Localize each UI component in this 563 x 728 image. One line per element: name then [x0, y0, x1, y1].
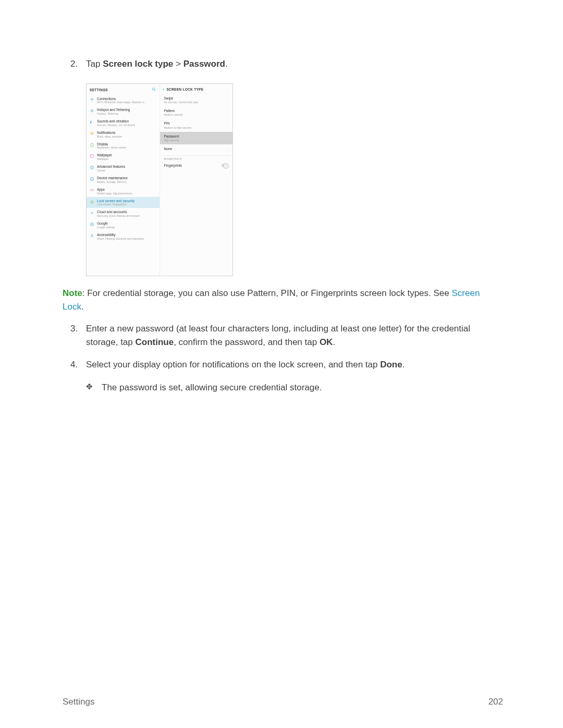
settings-item-title: Cloud and accounts: [97, 210, 156, 214]
settings-item-icon: [90, 165, 94, 170]
settings-item-title: Sounds and vibration: [97, 119, 156, 124]
settings-item[interactable]: NotificationsBlock, allow, prioritize: [87, 129, 160, 140]
step-2-text: Tap Screen lock type > Password.: [86, 59, 228, 69]
lock-type-item-subtitle: Medium to high security: [164, 126, 229, 129]
settings-item-title: Apps: [97, 188, 156, 192]
lock-type-header: ‹ SCREEN LOCK TYPE: [160, 84, 233, 94]
lock-type-item-title: Password: [164, 134, 229, 139]
biometrics-section-label: BIOMETRICS: [160, 155, 233, 161]
settings-item-title: Notifications: [97, 131, 156, 135]
lock-type-item[interactable]: PasswordHigh security: [160, 132, 233, 144]
settings-item[interactable]: Cloud and accountsSamsung Cloud, Backup …: [87, 208, 160, 219]
svg-line-1: [154, 90, 155, 91]
svg-point-11: [91, 178, 94, 181]
svg-point-0: [152, 88, 155, 90]
settings-item-subtitle: Hotspot, Tethering: [97, 112, 156, 115]
settings-item-subtitle: Samsung Cloud, Backup and restore: [97, 214, 156, 217]
settings-item[interactable]: GGoogleGoogle settings: [87, 219, 160, 231]
lock-type-item[interactable]: PINMedium to high security: [160, 119, 233, 131]
settings-item[interactable]: AccessibilityVision, Hearing, Dexterity …: [87, 231, 160, 242]
settings-item-icon: [90, 120, 94, 125]
step-3: 3. Enter a new password (at least four c…: [63, 322, 503, 349]
svg-point-3: [91, 109, 93, 112]
settings-item[interactable]: Advanced featuresGames: [87, 163, 160, 174]
settings-item-subtitle: Sounds, Vibration, Do not disturb: [97, 124, 156, 127]
settings-item[interactable]: Hotspot and TetheringHotspot, Tethering: [87, 106, 160, 117]
search-icon[interactable]: [152, 87, 156, 93]
note-paragraph: Note: For credential storage, you can al…: [63, 287, 503, 314]
settings-item-icon: [90, 211, 94, 215]
lock-type-item[interactable]: PatternMedium security: [160, 106, 233, 119]
svg-point-19: [92, 214, 92, 215]
settings-item-subtitle: Battery, Storage, Memory: [97, 180, 156, 183]
settings-item-title: Advanced features: [97, 165, 156, 169]
lock-type-item[interactable]: SwipeNo security. Current lock type.: [160, 94, 233, 106]
settings-item[interactable]: Sounds and vibrationSounds, Vibration, D…: [87, 117, 160, 129]
svg-point-9: [91, 155, 92, 156]
settings-item-title: Google: [97, 221, 156, 226]
lock-type-item[interactable]: None: [160, 144, 233, 154]
svg-text:G: G: [91, 224, 93, 226]
settings-item-icon: [90, 177, 94, 181]
settings-item-icon: G: [90, 222, 94, 227]
lock-type-item-title: PIN: [164, 121, 229, 126]
note-label: Note: [63, 288, 82, 298]
svg-point-22: [91, 235, 92, 236]
settings-item-subtitle: Default apps, App permissions: [97, 192, 156, 195]
settings-item[interactable]: Lock screen and securityLock screen, Fin…: [87, 197, 160, 208]
settings-item-subtitle: Brightness, Home screen: [97, 146, 156, 149]
settings-item-icon: [90, 108, 94, 113]
settings-item-title: Hotspot and Tethering: [97, 108, 156, 112]
back-icon[interactable]: ‹: [163, 87, 165, 92]
settings-item-title: Connections: [97, 97, 156, 101]
lock-type-item-subtitle: No security. Current lock type.: [164, 101, 229, 104]
settings-item-icon: [90, 97, 94, 102]
fingerprints-label: Fingerprints: [164, 164, 182, 167]
svg-point-15: [91, 190, 92, 191]
svg-point-12: [91, 189, 92, 190]
note-text: For credential storage, you can also use…: [87, 288, 451, 298]
footer-section: Settings: [63, 697, 94, 707]
step-4: 4. Select your display option for notifi…: [63, 358, 503, 394]
fingerprints-toggle[interactable]: [222, 164, 228, 167]
svg-rect-7: [91, 143, 93, 146]
svg-point-14: [93, 189, 94, 190]
step-4-text: Select your display option for notificat…: [86, 360, 405, 369]
lock-type-pane: ‹ SCREEN LOCK TYPE SwipeNo security. Cur…: [160, 84, 233, 276]
step-number: 2.: [70, 57, 78, 71]
settings-item-title: Lock screen and security: [97, 199, 156, 203]
svg-point-2: [91, 110, 92, 112]
settings-item[interactable]: ConnectionsWi-Fi, Bluetooth, Data usage,…: [87, 95, 160, 106]
lock-type-item-subtitle: High security: [164, 139, 229, 142]
settings-item-title: Wallpaper: [97, 153, 156, 157]
settings-item[interactable]: DisplayBrightness, Home screen: [87, 140, 160, 152]
lock-type-item-subtitle: Medium security: [164, 113, 229, 116]
settings-header: SETTINGS: [87, 84, 160, 95]
settings-item-title: Accessibility: [97, 233, 156, 237]
device-screenshot: SETTINGS ConnectionsWi-Fi, Bluetooth, Da…: [86, 83, 233, 276]
lock-type-title: SCREEN LOCK TYPE: [166, 88, 203, 91]
settings-item-title: Device maintenance: [97, 176, 156, 180]
settings-item-subtitle: Games: [97, 169, 156, 172]
lock-type-item-title: None: [164, 147, 229, 151]
step-2: 2. Tap Screen lock type > Password.: [63, 57, 503, 71]
settings-item-subtitle: Wallpaper: [97, 157, 156, 161]
svg-rect-8: [91, 155, 94, 158]
step-number: 3.: [70, 322, 78, 336]
settings-item-icon: [90, 233, 94, 238]
settings-title: SETTINGS: [90, 88, 108, 92]
svg-rect-4: [91, 132, 93, 134]
fingerprints-row[interactable]: Fingerprints: [160, 161, 233, 170]
step-3-text: Enter a new password (at least four char…: [86, 324, 470, 347]
settings-item-subtitle: Vision, Hearing, Dexterity and interacti…: [97, 237, 156, 240]
settings-pane: SETTINGS ConnectionsWi-Fi, Bluetooth, Da…: [87, 84, 160, 276]
lock-type-item-title: Swipe: [164, 96, 229, 101]
settings-item-subtitle: Block, allow, prioritize: [97, 135, 156, 138]
settings-item[interactable]: Device maintenanceBattery, Storage, Memo…: [87, 174, 160, 186]
settings-item-subtitle: Lock screen, Fingerprints: [97, 203, 156, 206]
settings-item[interactable]: WallpaperWallpaper: [87, 151, 160, 163]
settings-item[interactable]: AppsDefault apps, App permissions: [87, 186, 160, 197]
svg-rect-18: [91, 201, 93, 203]
lock-type-list: SwipeNo security. Current lock type.Patt…: [160, 94, 233, 154]
svg-point-13: [92, 189, 93, 190]
